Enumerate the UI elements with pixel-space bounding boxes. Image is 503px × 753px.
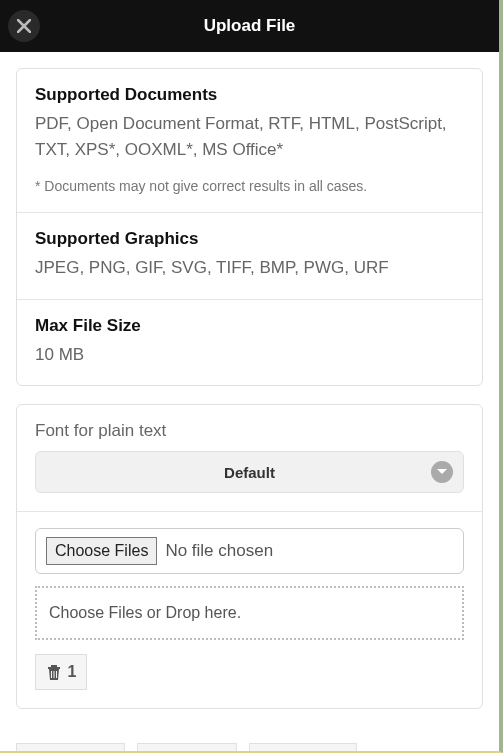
chevron-down-icon xyxy=(431,461,453,483)
upload-card: Font for plain text Default Choose Files… xyxy=(16,404,483,709)
file-upload-section: Choose Files No file chosen Choose Files… xyxy=(17,512,482,708)
font-select-section: Font for plain text Default xyxy=(17,405,482,512)
max-file-size-section: Max File Size 10 MB xyxy=(17,300,482,386)
dialog-header: Upload File xyxy=(0,0,499,52)
font-select-label: Font for plain text xyxy=(35,421,464,441)
file-input-status: No file chosen xyxy=(165,541,273,561)
back-button[interactable]: Back xyxy=(16,743,125,753)
trash-button[interactable]: 1 xyxy=(35,654,87,690)
print-button[interactable]: Print xyxy=(249,743,358,753)
trash-count: 1 xyxy=(68,663,77,681)
trash-icon xyxy=(46,663,62,681)
footer-actions: Back PDF PDF Print xyxy=(0,743,499,753)
max-file-size-value: 10 MB xyxy=(35,342,464,368)
choose-files-button[interactable]: Choose Files xyxy=(46,537,157,565)
close-icon xyxy=(17,19,31,33)
file-dropzone[interactable]: Choose Files or Drop here. xyxy=(35,586,464,640)
max-file-size-title: Max File Size xyxy=(35,316,464,336)
supported-graphics-body: JPEG, PNG, GIF, SVG, TIFF, BMP, PWG, URF xyxy=(35,255,464,281)
supported-graphics-section: Supported Graphics JPEG, PNG, GIF, SVG, … xyxy=(17,213,482,300)
font-select-value: Default xyxy=(224,464,275,481)
file-input[interactable]: Choose Files No file chosen xyxy=(35,528,464,574)
supported-graphics-title: Supported Graphics xyxy=(35,229,464,249)
supported-documents-title: Supported Documents xyxy=(35,85,464,105)
supported-documents-section: Supported Documents PDF, Open Document F… xyxy=(17,69,482,213)
dialog-title: Upload File xyxy=(204,16,296,36)
info-card: Supported Documents PDF, Open Document F… xyxy=(16,68,483,386)
font-select-dropdown[interactable]: Default xyxy=(35,451,464,493)
dropzone-text: Choose Files or Drop here. xyxy=(49,604,241,621)
close-button[interactable] xyxy=(8,10,40,42)
supported-documents-note: * Documents may not give correct results… xyxy=(35,178,464,194)
pdf-button[interactable]: PDF PDF xyxy=(137,743,237,753)
supported-documents-body: PDF, Open Document Format, RTF, HTML, Po… xyxy=(35,111,464,162)
